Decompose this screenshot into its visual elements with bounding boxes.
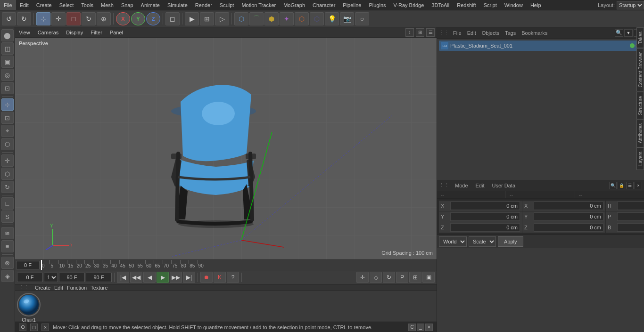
step-back-button[interactable]: ◀◀ (130, 272, 142, 283)
menu-snap[interactable]: Snap (117, 0, 137, 10)
menu-vray[interactable]: V-Ray Bridge (390, 0, 428, 10)
menu-sculpt[interactable]: Sculpt (216, 0, 238, 10)
viewport-3d[interactable]: Perspective (15, 38, 437, 259)
rect-select-button[interactable]: ⊡ (1, 112, 14, 124)
light-button[interactable]: 💡 (325, 12, 339, 25)
objects-mode-button[interactable]: ◎ (1, 69, 14, 81)
h-rot-input[interactable] (617, 202, 644, 210)
tab-takes[interactable]: Takes (636, 27, 644, 48)
menu-animate[interactable]: Animate (137, 0, 164, 10)
scale-tool-button[interactable]: □ (66, 12, 81, 25)
menu-motion-tracker[interactable]: Motion Tracker (238, 0, 280, 10)
auto-key-button[interactable]: K (214, 272, 226, 283)
play-back-button[interactable]: ◀ (143, 272, 156, 283)
material-button[interactable]: ○ (355, 12, 369, 25)
live-select-button[interactable]: ⊹ (1, 98, 14, 111)
field-button[interactable]: ⬡ (295, 12, 309, 25)
obj-bookmarks-button[interactable]: Bookmarks (520, 30, 549, 36)
object-row-seat[interactable]: L0 Plastic_Stadium_Seat_001 (439, 40, 642, 51)
z-pos-input[interactable] (450, 223, 520, 232)
x-size-input[interactable] (534, 202, 603, 210)
cinema-button[interactable]: ▣ (422, 272, 435, 283)
attr-mode-button[interactable]: Mode (453, 183, 470, 188)
tab-attributes[interactable]: Attributes (636, 119, 644, 147)
deformer-button[interactable]: ⬢ (264, 12, 279, 25)
select-tool-button[interactable]: ⊹ (36, 12, 50, 25)
edit-material-button[interactable]: Edit (54, 285, 63, 291)
menu-3dtoall[interactable]: 3DToAll (428, 0, 453, 10)
tab-structure[interactable]: Structure (636, 92, 644, 120)
universal-tool-button[interactable]: ⊕ (97, 12, 111, 25)
create-material-button[interactable]: Create (35, 285, 50, 291)
go-to-start-button[interactable]: |◀ (117, 272, 129, 283)
material-item-chair1[interactable]: Chair1 (17, 293, 41, 323)
max-frame-field[interactable] (86, 273, 112, 282)
menu-select[interactable]: Select (56, 0, 78, 10)
render-view-button[interactable]: ▶ (185, 12, 199, 25)
render-all-button[interactable]: ▷ (215, 12, 229, 25)
vp-settings-button[interactable]: ☰ (426, 28, 435, 37)
layout-selector[interactable]: Startup (617, 1, 644, 9)
scene-mode-button[interactable]: ⊡ (1, 82, 14, 94)
attr-close-button[interactable]: × (635, 182, 642, 189)
cinema4d-icon[interactable]: C (408, 324, 416, 331)
knife-tool-button[interactable]: ∟ (1, 197, 14, 210)
menu-script[interactable]: Script (480, 0, 501, 10)
object-mode-button[interactable]: ◻ (165, 12, 180, 25)
obj-tags-button[interactable]: Tags (503, 30, 518, 36)
rotate-tool-button[interactable]: ↻ (82, 12, 96, 25)
obj-file-button[interactable]: File (451, 30, 463, 36)
render-region-button[interactable]: ⊞ (200, 12, 214, 25)
menu-pipeline[interactable]: Pipeline (339, 0, 365, 10)
smooth-button[interactable]: ≋ (1, 227, 14, 239)
status-indicator-2[interactable]: □ (30, 324, 38, 331)
effector-button[interactable]: ✦ (280, 12, 294, 25)
stagger-button[interactable]: ⊞ (409, 272, 421, 283)
obj-edit-button[interactable]: Edit (465, 30, 478, 36)
menu-mograph[interactable]: MoGraph (280, 0, 309, 10)
scale-dropdown[interactable]: Scale (469, 236, 496, 247)
cameras-menu-button[interactable]: Cameras (36, 30, 61, 35)
z-axis-button[interactable]: Z (146, 12, 160, 25)
preview-button[interactable]: P (396, 272, 408, 283)
snap-button[interactable]: ◈ (1, 270, 14, 282)
status-indicator-1[interactable]: ⊙ (19, 324, 26, 331)
minimize-button[interactable]: _ (417, 324, 424, 331)
record-button[interactable]: ⏺ (200, 272, 213, 283)
y-axis-button[interactable]: Y (131, 12, 145, 25)
points-mode-button[interactable]: ⬤ (1, 29, 14, 41)
cube-button[interactable]: ⬡ (234, 12, 248, 25)
timeline-playhead[interactable] (41, 260, 42, 270)
attr-options-button[interactable]: ☰ (626, 182, 634, 189)
lasso-select-button[interactable]: ⌖ (1, 125, 14, 137)
menu-simulate[interactable]: Simulate (164, 0, 191, 10)
undo-button[interactable]: ↺ (2, 12, 16, 25)
cloner-button[interactable]: ⬡ (310, 12, 324, 25)
extrude-button[interactable]: S (1, 211, 14, 223)
attr-lock-button[interactable]: 🔒 (618, 182, 625, 189)
texture-material-button[interactable]: Texture (91, 285, 107, 291)
loop-button[interactable]: ↻ (383, 272, 395, 283)
z-size-input[interactable] (534, 223, 603, 232)
step-forward-button[interactable]: ▶▶ (170, 272, 182, 283)
attr-edit-button[interactable]: Edit (474, 183, 487, 188)
editor-dot[interactable] (630, 43, 635, 48)
tweak-button[interactable]: ≡ (1, 240, 14, 252)
start-frame-field[interactable] (17, 273, 43, 282)
nurbs-button[interactable]: ⌒ (249, 12, 264, 25)
x-axis-button[interactable]: X (116, 12, 130, 25)
attr-search-button[interactable]: 🔍 (609, 182, 617, 189)
menu-render[interactable]: Render (191, 0, 216, 10)
menu-file[interactable]: File (0, 0, 16, 10)
filter-menu-button[interactable]: Filter (89, 30, 104, 35)
snap-to-frame-button[interactable]: ✛ (356, 272, 369, 283)
end-frame-field[interactable] (59, 273, 85, 282)
close-button[interactable]: × (425, 324, 433, 331)
poly-select-button[interactable]: ⬡ (1, 138, 14, 150)
edges-mode-button[interactable]: ◫ (1, 42, 14, 55)
scale-tool-left-button[interactable]: ⬡ (1, 168, 14, 180)
camera-button[interactable]: 📷 (340, 12, 354, 25)
polygons-mode-button[interactable]: ▣ (1, 56, 14, 68)
current-frame-input[interactable] (16, 261, 40, 269)
obj-filter-button[interactable]: ▼ (624, 29, 633, 37)
